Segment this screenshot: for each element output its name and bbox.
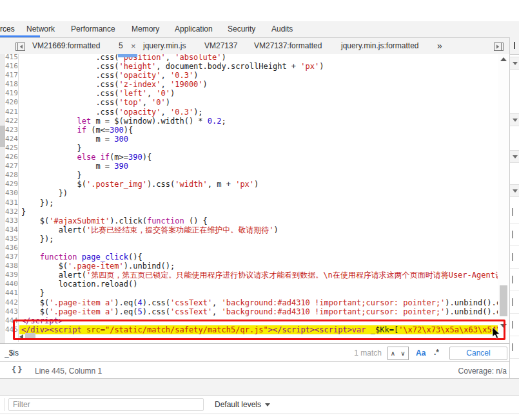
code-token: 'background:#ad4310 !important;cursor: p… [222, 298, 446, 307]
horizontal-scrollbar-thumb[interactable] [25, 333, 35, 339]
line-number[interactable]: 427 [5, 162, 19, 171]
sidebar-item-clipped [510, 224, 519, 246]
code-token: 'opacity' [119, 71, 161, 80]
editor-vertical-scrollbar[interactable] [498, 54, 509, 332]
line-number[interactable]: 443 [5, 307, 19, 316]
file-tab-jquery-min-js-formatted[interactable]: jquery.min.js:formatted [341, 38, 419, 54]
code-token: 'background:#ad4310 !important;cursor: p… [222, 307, 446, 316]
file-tab-vm27137[interactable]: VM27137 [204, 38, 237, 54]
line-number[interactable]: 432 [5, 207, 19, 216]
code-token: '.page-item a' [49, 307, 114, 316]
code-token: $( [40, 216, 49, 225]
sidebar-section-header-clipped[interactable] [510, 184, 519, 197]
line-number[interactable]: 437 [5, 253, 19, 262]
code-line-text: $('.page-item a').eq(5).css('cssText', '… [19, 307, 498, 316]
line-number[interactable]: 436 [5, 243, 19, 253]
code-token: ) [193, 71, 198, 80]
file-tab-vm27137-formatted[interactable]: VM27137:formatted [254, 38, 322, 54]
more-tabs-icon[interactable]: » [437, 38, 442, 54]
line-number[interactable]: 429 [5, 180, 19, 189]
bottom-empty-strip [0, 414, 519, 420]
code-token: ></script><script> [268, 325, 352, 334]
line-number[interactable]: 438 [5, 262, 19, 271]
line-number[interactable]: 423 [5, 126, 19, 135]
line-number[interactable]: 440 [5, 280, 19, 289]
hide-navigator-icon[interactable] [15, 42, 25, 53]
cursor-position-label: Line 445, Column 1 [35, 367, 102, 376]
line-number[interactable]: 445 [5, 325, 19, 334]
code-line-text: m = 300 [19, 135, 498, 144]
code-line-text: .css('opacity', '0.3') [19, 71, 498, 80]
search-previous-button[interactable]: ∧ [387, 347, 398, 360]
code-line-text: $('.poster_img').css('width', m + 'px') [19, 180, 498, 189]
regex-toggle[interactable]: .* [434, 348, 439, 357]
line-number[interactable]: 428 [5, 171, 19, 180]
sidebar-section-header-clipped[interactable] [510, 150, 519, 163]
default-levels-dropdown[interactable]: Default levels [215, 400, 270, 409]
code-token: , document.body.scrollHeight + [156, 62, 300, 71]
scroll-left-arrow-icon[interactable] [19, 334, 23, 339]
sidebar-section-header-clipped[interactable] [510, 57, 519, 70]
code-token: '#ajaxSubmit' [49, 216, 110, 225]
scroll-down-arrow-icon[interactable] [500, 324, 507, 328]
line-number[interactable]: 442 [5, 298, 19, 307]
line-number[interactable]: 431 [5, 198, 19, 207]
panel-tab-application[interactable]: Application [175, 21, 213, 37]
search-input[interactable] [5, 347, 353, 358]
line-number[interactable]: 416 [5, 62, 19, 71]
file-tab-jquery-min-js[interactable]: jquery.min.js [143, 38, 186, 54]
code-line-438: 438$('.page-item').unbind(); [5, 262, 498, 271]
line-number[interactable]: 430 [5, 189, 19, 198]
file-tab-vm21669-formatted[interactable]: VM21669:formatted [32, 38, 100, 54]
file-tab-5[interactable]: 5 [119, 38, 123, 54]
match-case-toggle[interactable]: Aa [416, 348, 426, 358]
line-number[interactable]: 426 [5, 153, 19, 162]
line-number[interactable]: 439 [5, 271, 19, 280]
code-token: .css( [95, 89, 119, 98]
line-number[interactable]: 415 [5, 54, 19, 62]
line-number[interactable]: 424 [5, 135, 19, 144]
code-token [95, 153, 100, 162]
scroll-up-arrow-icon[interactable] [500, 57, 507, 61]
panel-tab-security[interactable]: Security [228, 21, 255, 37]
line-number[interactable]: 435 [5, 234, 19, 243]
line-number[interactable]: 444 [5, 316, 19, 325]
line-number[interactable]: 433 [5, 216, 19, 225]
line-number[interactable]: 418 [5, 80, 19, 89]
line-number[interactable]: 420 [5, 98, 19, 107]
show-debugger-pane-icon[interactable] [494, 42, 504, 53]
vertical-scrollbar-thumb[interactable] [500, 285, 507, 316]
pretty-print-icon[interactable]: {} [12, 365, 23, 374]
code-token: , [212, 298, 221, 307]
line-number[interactable]: 434 [5, 225, 19, 234]
panel-tab-audits[interactable]: Audits [271, 21, 293, 37]
line-number[interactable]: 425 [5, 144, 19, 153]
panel-tab-rces[interactable]: rces [0, 21, 15, 37]
code-token: () { [184, 216, 208, 225]
line-number[interactable]: 441 [5, 289, 19, 298]
panel-tab-memory[interactable]: Memory [132, 21, 159, 37]
panel-tab-network[interactable]: Network [26, 21, 55, 37]
cancel-button[interactable]: Cancel [449, 347, 507, 360]
code-line-text: alert('比赛已经结束，提交答案功能正在维护中。敬请期待') [19, 225, 498, 234]
code-line-text: if (m<=300){ [19, 126, 498, 135]
code-token: page_click [77, 253, 128, 262]
close-tab-icon[interactable]: × [131, 38, 136, 54]
pause-icon[interactable] [514, 42, 515, 49]
chevron-down-icon [265, 403, 270, 406]
panel-tab-performance[interactable]: Performance [71, 21, 115, 37]
sidebar-item-mark [512, 231, 513, 238]
code-line-text: </script> [19, 316, 498, 325]
code-token: '\x72\x73\x5a\x63\x54\x6d\x6b [398, 325, 498, 334]
code-token: } [21, 207, 26, 216]
code-editor[interactable]: 415.css('position', 'absolute')416.css('… [5, 54, 498, 343]
line-number[interactable]: 419 [5, 89, 19, 98]
line-number[interactable]: 422 [5, 117, 19, 126]
sidebar-section-header-clipped[interactable] [510, 113, 519, 126]
console-filter-input[interactable] [8, 398, 204, 411]
code-line-text: $('#ajaxSubmit').click(function () { [19, 216, 498, 225]
search-next-button[interactable]: ∨ [398, 347, 409, 360]
line-number[interactable]: 421 [5, 108, 19, 117]
code-token: 4 [137, 298, 142, 307]
line-number[interactable]: 417 [5, 71, 19, 80]
